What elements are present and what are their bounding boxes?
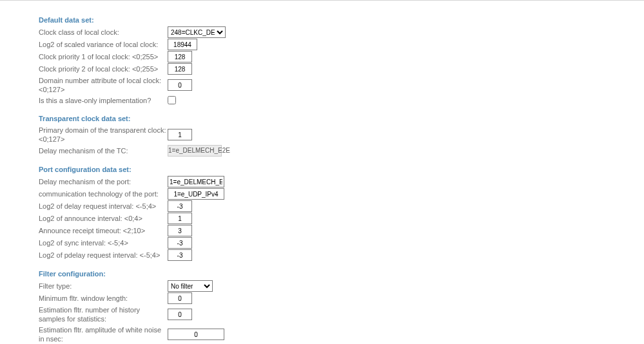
input-domain-number[interactable] — [168, 79, 192, 91]
row-announce-timeout: Announce receipt timeout: <2;10> — [39, 225, 644, 236]
label-log2-sync: Log2 of sync interval: <-5;4> — [39, 238, 168, 248]
input-est-history[interactable] — [168, 309, 192, 320]
filter-config-header: Filter configuration: — [39, 270, 644, 278]
input-primary-domain[interactable] — [168, 129, 192, 140]
label-clock-priority2: Clock priority 2 of local clock: <0;255> — [39, 64, 168, 74]
config-page: Default data set: Clock class of local c… — [0, 0, 644, 344]
input-announce-timeout[interactable] — [168, 225, 192, 236]
label-log2-scaled-variance: Log2 of scaled variance of local clock: — [39, 39, 168, 50]
input-clock-priority1[interactable] — [168, 51, 192, 62]
label-min-window: Minimum fltr. window length: — [39, 293, 168, 303]
label-clock-class: Clock class of local clock: — [39, 27, 168, 37]
label-clock-priority1: Clock priority 1 of local clock: <0;255> — [39, 52, 168, 62]
label-tc-delay-mech: Delay mechanism of the TC: — [39, 146, 168, 156]
input-log2-sync[interactable] — [168, 237, 192, 249]
label-log2-pdelay-req: Log2 of pdelay request interval: <-5;4> — [39, 250, 168, 260]
default-data-set-header: Default data set: — [39, 16, 644, 24]
label-domain-number: Domain number attribute of local clock: … — [39, 75, 168, 95]
label-slave-only: Is this a slave-only implementation? — [39, 95, 168, 106]
input-comm-tech[interactable] — [168, 188, 224, 200]
row-filter-type: Filter type: No filter — [39, 280, 644, 292]
row-log2-announce: Log2 of announce interval: <0;4> — [39, 213, 644, 224]
label-est-history: Estimation fltr. number of history sampl… — [39, 305, 168, 324]
row-slave-only: Is this a slave-only implementation? — [39, 95, 644, 106]
port-config-header: Port configuration data set: — [39, 166, 644, 173]
transparent-clock-header: Transparent clock data set: — [39, 115, 644, 122]
row-log2-pdelay-req: Log2 of pdelay request interval: <-5;4> — [39, 249, 644, 261]
label-port-delay-mech: Delay mechanism of the port: — [39, 177, 168, 187]
row-log2-delay-req: Log2 of delay request interval: <-5;4> — [39, 200, 644, 212]
row-domain-number: Domain number attribute of local clock: … — [39, 75, 644, 95]
input-port-delay-mech[interactable] — [168, 176, 224, 187]
label-filter-type: Filter type: — [39, 281, 168, 291]
select-clock-class[interactable]: 248=CLKC_DEF — [168, 26, 226, 38]
row-clock-class: Clock class of local clock: 248=CLKC_DEF — [39, 26, 644, 38]
label-log2-announce: Log2 of announce interval: <0;4> — [39, 213, 168, 224]
label-announce-timeout: Announce receipt timeout: <2;10> — [39, 225, 168, 236]
checkbox-slave-only[interactable] — [168, 96, 176, 104]
row-port-delay-mech: Delay mechanism of the port: — [39, 176, 644, 187]
row-clock-priority1: Clock priority 1 of local clock: <0;255> — [39, 51, 644, 62]
label-log2-delay-req: Log2 of delay request interval: <-5;4> — [39, 201, 168, 211]
row-log2-sync: Log2 of sync interval: <-5;4> — [39, 237, 644, 249]
label-primary-domain: Primary domain of the transparent clock:… — [39, 125, 168, 144]
input-log2-delay-req[interactable] — [168, 200, 192, 212]
label-est-whitenoise: Estimation fltr. amplitude of white nois… — [39, 325, 168, 344]
select-filter-type[interactable]: No filter — [168, 280, 213, 292]
row-comm-tech: communication technology of the port: — [39, 188, 644, 200]
input-log2-announce[interactable] — [168, 213, 192, 224]
input-log2-scaled-variance[interactable] — [168, 39, 197, 50]
row-min-window: Minimum fltr. window length: — [39, 292, 644, 304]
input-est-whitenoise[interactable] — [168, 329, 224, 340]
row-primary-domain: Primary domain of the transparent clock:… — [39, 125, 644, 144]
input-clock-priority2[interactable] — [168, 63, 192, 75]
label-comm-tech: communication technology of the port: — [39, 189, 168, 199]
row-clock-priority2: Clock priority 2 of local clock: <0;255> — [39, 63, 644, 75]
row-est-whitenoise: Estimation fltr. amplitude of white nois… — [39, 325, 644, 344]
input-min-window[interactable] — [168, 292, 192, 304]
row-est-history: Estimation fltr. number of history sampl… — [39, 305, 644, 324]
row-tc-delay-mech: Delay mechanism of the TC: 1=e_DELMECH_E… — [39, 145, 644, 157]
row-log2-scaled-variance: Log2 of scaled variance of local clock: — [39, 39, 644, 50]
input-log2-pdelay-req[interactable] — [168, 249, 192, 261]
value-tc-delay-mech: 1=e_DELMECH_E2E — [168, 145, 222, 157]
